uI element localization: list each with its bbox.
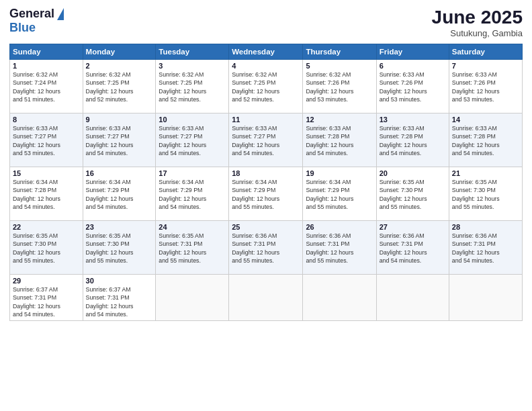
calendar-day-cell: 30Sunrise: 6:37 AM Sunset: 7:31 PM Dayli…: [83, 275, 156, 321]
day-number: 28: [452, 223, 519, 231]
logo: General Blue: [9, 7, 64, 35]
day-header-thursday: Thursday: [303, 44, 376, 60]
day-info: Sunrise: 6:33 AM Sunset: 7:28 PM Dayligh…: [306, 124, 373, 157]
calendar-day-cell: 17Sunrise: 6:34 AM Sunset: 7:29 PM Dayli…: [156, 167, 229, 221]
day-info: Sunrise: 6:35 AM Sunset: 7:30 PM Dayligh…: [13, 232, 80, 265]
calendar-day-cell: [449, 275, 522, 321]
day-info: Sunrise: 6:33 AM Sunset: 7:27 PM Dayligh…: [232, 124, 300, 157]
calendar-day-cell: 26Sunrise: 6:36 AM Sunset: 7:31 PM Dayli…: [303, 221, 376, 275]
month-title: June 2025: [432, 7, 523, 28]
calendar-day-cell: 7Sunrise: 6:33 AM Sunset: 7:26 PM Daylig…: [449, 60, 522, 113]
day-header-saturday: Saturday: [449, 44, 522, 60]
day-info: Sunrise: 6:32 AM Sunset: 7:25 PM Dayligh…: [232, 71, 300, 103]
day-header-tuesday: Tuesday: [156, 44, 229, 60]
day-number: 11: [232, 116, 300, 124]
day-info: Sunrise: 6:33 AM Sunset: 7:28 PM Dayligh…: [452, 124, 519, 157]
day-info: Sunrise: 6:36 AM Sunset: 7:31 PM Dayligh…: [232, 232, 300, 265]
calendar-day-cell: 29Sunrise: 6:37 AM Sunset: 7:31 PM Dayli…: [10, 275, 83, 321]
calendar-week-row: 22Sunrise: 6:35 AM Sunset: 7:30 PM Dayli…: [10, 221, 523, 275]
day-info: Sunrise: 6:34 AM Sunset: 7:28 PM Dayligh…: [13, 178, 80, 211]
day-number: 9: [86, 116, 153, 124]
day-number: 22: [13, 223, 80, 231]
page: General Blue June 2025 Sutukung, Gambia …: [0, 0, 532, 411]
calendar-day-cell: 4Sunrise: 6:32 AM Sunset: 7:25 PM Daylig…: [229, 60, 303, 113]
day-number: 27: [380, 223, 446, 231]
day-number: 8: [13, 116, 80, 124]
day-number: 30: [86, 277, 153, 285]
day-number: 3: [159, 62, 226, 70]
day-number: 6: [380, 62, 446, 70]
calendar-week-row: 8Sunrise: 6:33 AM Sunset: 7:27 PM Daylig…: [10, 113, 523, 167]
calendar-day-cell: [229, 275, 303, 321]
calendar-day-cell: 12Sunrise: 6:33 AM Sunset: 7:28 PM Dayli…: [303, 113, 376, 167]
day-info: Sunrise: 6:34 AM Sunset: 7:29 PM Dayligh…: [232, 178, 300, 211]
calendar-day-cell: [376, 275, 449, 321]
calendar-day-cell: 2Sunrise: 6:32 AM Sunset: 7:25 PM Daylig…: [83, 60, 156, 113]
day-info: Sunrise: 6:32 AM Sunset: 7:26 PM Dayligh…: [306, 71, 373, 103]
calendar-day-cell: 10Sunrise: 6:33 AM Sunset: 7:27 PM Dayli…: [156, 113, 229, 167]
calendar-day-cell: 21Sunrise: 6:35 AM Sunset: 7:30 PM Dayli…: [449, 167, 522, 221]
day-info: Sunrise: 6:36 AM Sunset: 7:31 PM Dayligh…: [306, 232, 373, 265]
calendar-day-cell: 20Sunrise: 6:35 AM Sunset: 7:30 PM Dayli…: [376, 167, 449, 221]
day-number: 14: [452, 116, 519, 124]
day-header-monday: Monday: [83, 44, 156, 60]
logo-general-text: General: [9, 7, 54, 21]
title-area: June 2025 Sutukung, Gambia: [432, 7, 523, 38]
day-info: Sunrise: 6:33 AM Sunset: 7:27 PM Dayligh…: [159, 124, 226, 157]
day-number: 5: [306, 62, 373, 70]
calendar-day-cell: 9Sunrise: 6:33 AM Sunset: 7:27 PM Daylig…: [83, 113, 156, 167]
day-number: 26: [306, 223, 373, 231]
day-info: Sunrise: 6:37 AM Sunset: 7:31 PM Dayligh…: [86, 285, 153, 318]
day-info: Sunrise: 6:35 AM Sunset: 7:31 PM Dayligh…: [159, 232, 226, 265]
day-info: Sunrise: 6:36 AM Sunset: 7:31 PM Dayligh…: [452, 232, 519, 265]
location-subtitle: Sutukung, Gambia: [432, 28, 523, 38]
day-number: 2: [86, 62, 153, 70]
calendar-day-cell: 25Sunrise: 6:36 AM Sunset: 7:31 PM Dayli…: [229, 221, 303, 275]
day-number: 4: [232, 62, 300, 70]
day-info: Sunrise: 6:33 AM Sunset: 7:27 PM Dayligh…: [13, 124, 80, 157]
day-number: 29: [13, 277, 80, 285]
calendar-day-cell: 28Sunrise: 6:36 AM Sunset: 7:31 PM Dayli…: [449, 221, 522, 275]
day-number: 16: [86, 169, 153, 177]
day-number: 20: [380, 169, 446, 177]
calendar-day-cell: 1Sunrise: 6:32 AM Sunset: 7:24 PM Daylig…: [10, 60, 83, 113]
day-header-sunday: Sunday: [10, 44, 83, 60]
calendar-day-cell: 22Sunrise: 6:35 AM Sunset: 7:30 PM Dayli…: [10, 221, 83, 275]
calendar-day-cell: 3Sunrise: 6:32 AM Sunset: 7:25 PM Daylig…: [156, 60, 229, 113]
calendar-day-cell: 8Sunrise: 6:33 AM Sunset: 7:27 PM Daylig…: [10, 113, 83, 167]
day-info: Sunrise: 6:35 AM Sunset: 7:30 PM Dayligh…: [452, 178, 519, 211]
calendar-day-cell: 18Sunrise: 6:34 AM Sunset: 7:29 PM Dayli…: [229, 167, 303, 221]
day-info: Sunrise: 6:33 AM Sunset: 7:28 PM Dayligh…: [380, 124, 446, 157]
day-number: 19: [306, 169, 373, 177]
day-number: 18: [232, 169, 300, 177]
calendar-day-cell: [303, 275, 376, 321]
calendar-day-cell: [156, 275, 229, 321]
calendar-day-cell: 15Sunrise: 6:34 AM Sunset: 7:28 PM Dayli…: [10, 167, 83, 221]
logo-triangle-icon: [57, 8, 64, 20]
day-number: 23: [86, 223, 153, 231]
calendar-day-cell: 27Sunrise: 6:36 AM Sunset: 7:31 PM Dayli…: [376, 221, 449, 275]
day-number: 12: [306, 116, 373, 124]
calendar-day-cell: 19Sunrise: 6:34 AM Sunset: 7:29 PM Dayli…: [303, 167, 376, 221]
calendar-day-cell: 14Sunrise: 6:33 AM Sunset: 7:28 PM Dayli…: [449, 113, 522, 167]
calendar-day-cell: 11Sunrise: 6:33 AM Sunset: 7:27 PM Dayli…: [229, 113, 303, 167]
day-number: 15: [13, 169, 80, 177]
calendar-week-row: 29Sunrise: 6:37 AM Sunset: 7:31 PM Dayli…: [10, 275, 523, 321]
day-number: 21: [452, 169, 519, 177]
calendar-day-cell: 23Sunrise: 6:35 AM Sunset: 7:30 PM Dayli…: [83, 221, 156, 275]
day-info: Sunrise: 6:33 AM Sunset: 7:26 PM Dayligh…: [380, 71, 446, 103]
calendar-week-row: 15Sunrise: 6:34 AM Sunset: 7:28 PM Dayli…: [10, 167, 523, 221]
day-number: 24: [159, 223, 226, 231]
calendar-header-row: SundayMondayTuesdayWednesdayThursdayFrid…: [10, 44, 523, 60]
day-number: 1: [13, 62, 80, 70]
day-info: Sunrise: 6:32 AM Sunset: 7:24 PM Dayligh…: [13, 71, 80, 103]
calendar-day-cell: 24Sunrise: 6:35 AM Sunset: 7:31 PM Dayli…: [156, 221, 229, 275]
calendar-day-cell: 16Sunrise: 6:34 AM Sunset: 7:29 PM Dayli…: [83, 167, 156, 221]
logo-blue-text: Blue: [9, 21, 36, 35]
calendar-day-cell: 6Sunrise: 6:33 AM Sunset: 7:26 PM Daylig…: [376, 60, 449, 113]
calendar-table: SundayMondayTuesdayWednesdayThursdayFrid…: [9, 44, 523, 321]
day-header-wednesday: Wednesday: [229, 44, 303, 60]
day-info: Sunrise: 6:35 AM Sunset: 7:30 PM Dayligh…: [86, 232, 153, 265]
day-info: Sunrise: 6:33 AM Sunset: 7:27 PM Dayligh…: [86, 124, 153, 157]
day-info: Sunrise: 6:34 AM Sunset: 7:29 PM Dayligh…: [306, 178, 373, 211]
